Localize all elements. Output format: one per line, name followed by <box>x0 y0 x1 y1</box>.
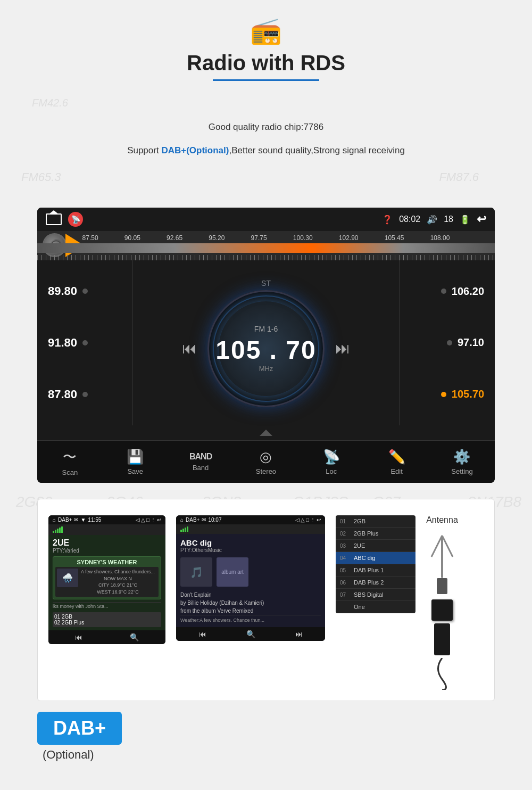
dab1-weather-title: SYDNEY'S WEATHER <box>55 559 159 565</box>
description-2: Support DAB+(Optional),Better sound qual… <box>127 142 405 160</box>
dab2-icon2: △ <box>301 517 305 523</box>
title-underline <box>213 79 319 81</box>
dab2-title: DAB+ <box>186 517 200 523</box>
preset-dot-right-3 <box>441 392 446 397</box>
mhz-label: MHz <box>259 365 273 373</box>
weather-thumb: 🌧️ <box>57 569 78 587</box>
st-label: ST <box>261 279 271 287</box>
freq-label: 90.05 <box>124 234 140 242</box>
antenna-svg <box>426 530 458 594</box>
ch1: 01 2GB <box>54 614 160 620</box>
preset-right-2[interactable]: 97.10 <box>410 336 484 349</box>
home-button[interactable] <box>46 213 62 225</box>
dab1-scroll-text: lks money with John Sta... <box>53 602 161 610</box>
dab1-title: DAB+ <box>58 517 72 523</box>
scan-label: Scan <box>62 468 78 476</box>
radio-screen: 📡 ❓ 08:02 🔊 18 🔋 ↩ 🎧 87.50 9 <box>37 208 495 483</box>
dab1-home-icon: ⌂ <box>53 517 56 523</box>
channel-item-7[interactable]: 07 SBS Digital <box>336 589 415 601</box>
freq-label: 105.45 <box>385 234 404 242</box>
description-1: Good quality radio chip:7786 <box>209 118 323 136</box>
freq-display: 105 . 70 <box>215 335 317 365</box>
antenna-label: Antenna <box>426 515 458 525</box>
channel-item-6[interactable]: 06 DAB Plus 2 <box>336 577 415 589</box>
dab2-home-icon: ⌂ <box>180 517 184 523</box>
setting-icon: ⚙️ <box>453 449 470 465</box>
sim-icon: ❓ <box>382 215 393 225</box>
toolbar-stereo[interactable]: ◎ Stereo <box>239 449 293 475</box>
signal-bars <box>53 526 63 533</box>
dab2-icon4: ⋮ <box>310 517 315 523</box>
toolbar-save[interactable]: 💾 Save <box>109 449 162 475</box>
channel-item-2[interactable]: 02 2GB Plus <box>336 528 415 540</box>
freq-label: 102.90 <box>339 234 359 242</box>
volume-icon: 🔊 <box>427 215 437 225</box>
channel-item-8[interactable]: One <box>336 601 415 613</box>
dab2-search-btn[interactable]: 🔍 <box>246 630 255 638</box>
toolbar-scan[interactable]: 〜 Scan <box>43 448 96 476</box>
signal-bars-2 <box>180 526 188 532</box>
toolbar-setting[interactable]: ⚙️ Setting <box>435 449 488 475</box>
toolbar-edit[interactable]: ✏️ Edit <box>370 449 423 475</box>
stereo-label: Stereo <box>256 467 276 475</box>
toolbar-loc[interactable]: 📡 Loc <box>305 449 358 475</box>
preset-right-1[interactable]: 106.20 <box>410 285 484 298</box>
preset-item-3[interactable]: 87.80 <box>48 388 122 401</box>
ch-name-1: 2GB <box>354 518 365 524</box>
ch-name-7: SBS Digital <box>354 591 384 598</box>
toolbar-band[interactable]: BAND Band <box>174 452 227 472</box>
dab1-right-icons: ◁ △ □ ⋮ ↩ <box>136 517 161 523</box>
dab2-next-btn[interactable]: ⏭ <box>295 630 303 638</box>
back-button[interactable]: ↩ <box>477 212 486 226</box>
tuner-circle: FM 1-6 105 . 70 MHz <box>207 290 325 407</box>
dab1-channels: 01 2GB 02 2GB Plus <box>53 612 161 627</box>
freq-label: 92.65 <box>167 234 182 242</box>
ch-num-6: 06 <box>340 580 351 586</box>
channel-item-4[interactable]: 04 ABC dig <box>336 552 415 564</box>
dab1-msg-icon: ✉ <box>74 517 78 523</box>
dab1-icon4: ⋮ <box>151 517 156 523</box>
freq-label: 97.75 <box>251 234 267 242</box>
dab2-weather: Weather:A few showers. Chance thun... <box>180 615 321 623</box>
preset-item-2[interactable]: 91.80 <box>48 336 122 350</box>
dab2-track: Don't Explain <box>180 591 321 599</box>
freq-label: 108.00 <box>430 234 450 242</box>
weather-now: NOW MAX N <box>81 575 155 582</box>
frequency-ruler: 🎧 87.50 90.05 92.65 95.20 97.75 100.30 1… <box>37 231 495 260</box>
loc-icon: 📡 <box>323 449 340 465</box>
preset-freq-right-3: 105.70 <box>452 388 484 400</box>
dab1-status-bar: ⌂ DAB+ ✉ ▼ 11:55 ◁ △ □ ⋮ ↩ <box>48 515 165 524</box>
skip-back-button[interactable]: ⏮ <box>177 334 202 363</box>
preset-item-1[interactable]: 89.80 <box>48 284 122 298</box>
dab1-prev-btn[interactable]: ⏮ <box>75 633 82 641</box>
dab1-search-btn[interactable]: 🔍 <box>130 633 139 641</box>
dab2-body: ABC dig PTY:OthersMusic 🎵 album art Don'… <box>176 534 325 627</box>
bar1 <box>180 530 182 532</box>
skip-forward-button[interactable]: ⏭ <box>330 334 355 363</box>
freq-dot: . <box>270 336 286 364</box>
radio-icon: 📻 <box>250 16 282 46</box>
radio-status-button[interactable]: 📡 <box>68 212 83 227</box>
channel-item-1[interactable]: 01 2GB <box>336 515 415 528</box>
freq-label: 95.20 <box>209 234 225 242</box>
preset-right-3[interactable]: 105.70 <box>410 388 484 400</box>
ch-num-1: 01 <box>340 519 351 524</box>
bar3 <box>57 529 59 533</box>
artwork-1: 🎵 <box>180 557 212 587</box>
channel-item-5[interactable]: 05 DAB Plus 1 <box>336 564 415 577</box>
save-icon: 💾 <box>127 449 144 465</box>
ch-name-2: 2GB Plus <box>354 530 378 537</box>
artwork-2: album art <box>217 557 248 587</box>
dab-link[interactable]: DAB+(Optional) <box>161 145 229 155</box>
preset-freq-right-1: 106.20 <box>452 285 484 298</box>
dab1-weather-info: 🌧️ A few showers. Chance thunders... NOW… <box>55 567 159 597</box>
dab-screen-2: ⌂ DAB+ ✉ 10:07 ◁ △ □ ⋮ ↩ <box>176 515 325 641</box>
ch2: 02 2GB Plus <box>54 620 160 626</box>
dongle-body <box>434 623 450 655</box>
dab2-artist: by Billie Holiday (Dzihan & Kamieri) <box>180 599 321 607</box>
ch-name-6: DAB Plus 2 <box>354 579 384 586</box>
lower-section: 2G80 2G46 8GN8 O1BJ8S G07 8N17B8 FM42.6 … <box>0 483 532 778</box>
weather-west: WEST 16.9°C 22°C <box>81 589 155 596</box>
dab2-prev-btn[interactable]: ⏮ <box>199 630 206 638</box>
channel-item-3[interactable]: 03 2UE <box>336 540 415 552</box>
